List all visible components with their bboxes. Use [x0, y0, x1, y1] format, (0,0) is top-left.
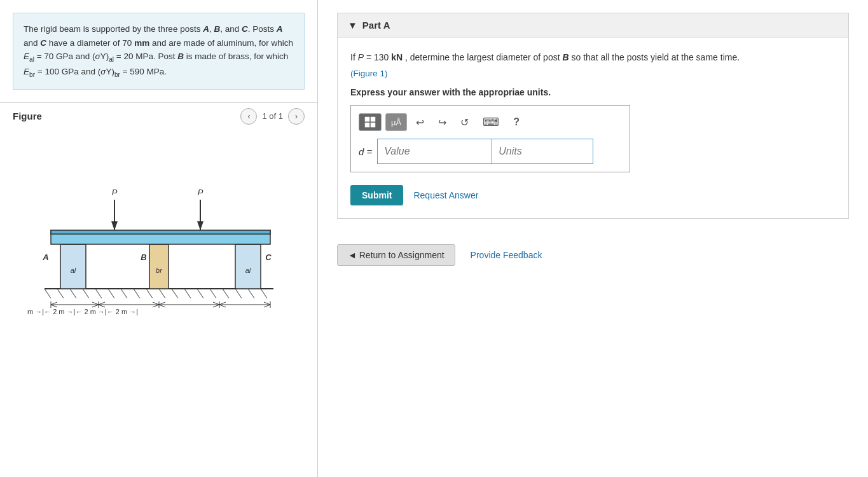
part-chevron[interactable]: ▼: [348, 20, 357, 31]
answer-box: μÅ ↩ ↪ ↺ ⌨ ? d =: [350, 105, 630, 172]
figure-svg: al br al A B C P: [25, 136, 293, 329]
problem-statement: The rigid beam is supported by the three…: [13, 13, 305, 90]
problem-text: The rigid beam is supported by the three…: [24, 24, 293, 76]
part-label: Part A: [362, 20, 390, 31]
help-button[interactable]: ?: [508, 113, 525, 131]
value-input[interactable]: [377, 139, 492, 164]
svg-text:br: br: [156, 266, 163, 274]
refresh-button[interactable]: ↺: [455, 113, 474, 131]
units-input[interactable]: [492, 139, 593, 164]
mu-button[interactable]: μÅ: [385, 113, 407, 131]
svg-text:al: al: [245, 266, 251, 274]
right-panel: ▼ Part A If P = 130 kN , determine the l…: [318, 0, 868, 477]
redo-button[interactable]: ↪: [433, 113, 451, 131]
svg-text:al: al: [70, 266, 76, 274]
figure-nav: ‹ 1 of 1 ›: [240, 108, 305, 125]
bottom-row: ◄ Return to Assignment Provide Feedback: [337, 244, 849, 285]
input-label: d =: [359, 146, 372, 157]
svg-rect-61: [371, 117, 375, 121]
svg-text:A: A: [42, 252, 48, 262]
svg-rect-60: [365, 117, 369, 121]
svg-text:P: P: [197, 188, 203, 197]
question-text: If P = 130 kN , determine the largest di…: [350, 50, 836, 64]
return-to-assignment-button[interactable]: ◄ Return to Assignment: [337, 244, 455, 266]
keyboard-button[interactable]: ⌨: [478, 113, 504, 131]
figure-next-button[interactable]: ›: [288, 108, 305, 125]
input-row: d =: [359, 139, 622, 164]
figure-area: al br al A B C P: [0, 130, 317, 477]
figure-page-indicator: 1 of 1: [262, 111, 283, 121]
action-row: Submit Request Answer: [350, 185, 836, 205]
figure-label: Figure: [13, 111, 42, 121]
request-answer-link[interactable]: Request Answer: [413, 190, 478, 200]
svg-text:B: B: [141, 252, 146, 262]
matrix-button[interactable]: [359, 113, 382, 131]
provide-feedback-link[interactable]: Provide Feedback: [471, 250, 542, 260]
svg-rect-27: [51, 230, 270, 234]
submit-button[interactable]: Submit: [350, 185, 403, 205]
figure-header: Figure ‹ 1 of 1 ›: [0, 102, 317, 130]
svg-text:C: C: [265, 252, 272, 262]
express-instructions: Express your answer with the appropriae …: [350, 87, 836, 97]
part-header: ▼ Part A: [338, 13, 848, 38]
svg-text:P: P: [111, 188, 117, 197]
figure-link[interactable]: (Figure 1): [350, 69, 388, 78]
undo-button[interactable]: ↩: [411, 113, 429, 131]
svg-rect-62: [365, 123, 369, 127]
toolbar: μÅ ↩ ↪ ↺ ⌨ ?: [359, 113, 622, 131]
svg-text:|← 2 m →|← 2 m →|← 2 m →|← 2 m: |← 2 m →|← 2 m →|← 2 m →|← 2 m →|: [25, 308, 138, 315]
left-panel: The rigid beam is supported by the three…: [0, 0, 318, 477]
figure-prev-button[interactable]: ‹: [240, 108, 257, 125]
part-content: If P = 130 kN , determine the largest di…: [338, 38, 848, 218]
svg-rect-63: [371, 123, 375, 127]
part-section: ▼ Part A If P = 130 kN , determine the l…: [337, 13, 849, 219]
